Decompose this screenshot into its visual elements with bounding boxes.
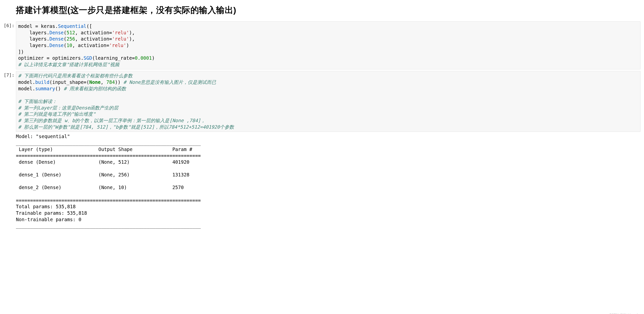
- code-content: # 下面两行代码只是用来看看这个框架都有些什么参数 model.build(in…: [18, 73, 638, 130]
- input-prompt: [6]:: [0, 22, 16, 28]
- notebook-page: 搭建计算模型(这一步只是搭建框架，没有实际的输入输出) [6]: model =…: [0, 5, 644, 314]
- section-heading: 搭建计算模型(这一步只是搭建框架，没有实际的输入输出): [16, 5, 644, 16]
- code-content: model = keras.Sequential([ layers.Dense(…: [18, 23, 638, 68]
- code-cell[interactable]: # 下面两行代码只是用来看看这个框架都有些什么参数 model.build(in…: [16, 71, 640, 132]
- stdout-output: Model: "sequential" ____________________…: [16, 133, 644, 229]
- code-cell[interactable]: model = keras.Sequential([ layers.Dense(…: [16, 22, 640, 69]
- code-cell-row: [6]: model = keras.Sequential([ layers.D…: [0, 22, 644, 69]
- input-prompt: [7]:: [0, 71, 16, 78]
- watermark-label: CSDN @Waldocsdn: [609, 313, 640, 314]
- code-cell-row: [7]: # 下面两行代码只是用来看看这个框架都有些什么参数 model.bui…: [0, 71, 644, 132]
